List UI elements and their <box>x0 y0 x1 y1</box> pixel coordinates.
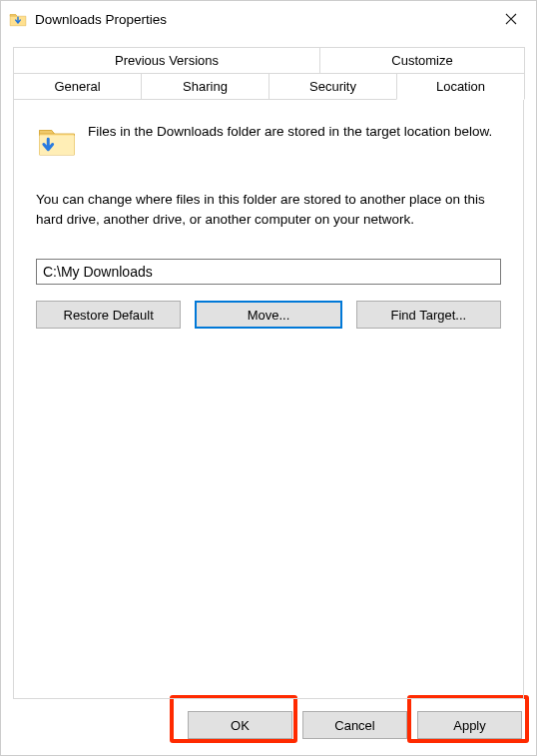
restore-default-button[interactable]: Restore Default <box>36 301 181 329</box>
titlebar: Downloads Properties <box>1 1 536 37</box>
dialog-body: Previous Versions Customize General Shar… <box>1 37 536 699</box>
location-description-2: You can change where files in this folde… <box>36 190 501 229</box>
cancel-button[interactable]: Cancel <box>302 711 407 739</box>
tab-security[interactable]: Security <box>268 73 397 100</box>
tab-general[interactable]: General <box>13 73 142 100</box>
dialog-footer: OK Cancel Apply <box>1 699 536 755</box>
window-title: Downloads Properties <box>35 12 488 27</box>
location-button-row: Restore Default Move... Find Target... <box>36 301 501 329</box>
find-target-button[interactable]: Find Target... <box>356 301 501 329</box>
apply-button[interactable]: Apply <box>417 711 522 739</box>
tab-location[interactable]: Location <box>396 73 525 100</box>
downloads-folder-large-icon <box>36 120 78 162</box>
tab-previous-versions[interactable]: Previous Versions <box>13 47 320 73</box>
ok-button[interactable]: OK <box>188 711 292 739</box>
move-button[interactable]: Move... <box>195 301 341 329</box>
tab-strip: Previous Versions Customize General Shar… <box>13 47 524 100</box>
downloads-folder-icon <box>9 10 27 28</box>
tab-sharing[interactable]: Sharing <box>141 73 269 100</box>
tab-panel-location: Files in the Downloads folder are stored… <box>13 99 524 699</box>
close-button[interactable] <box>488 3 534 35</box>
properties-dialog: Downloads Properties Previous Versions C… <box>0 0 537 756</box>
tab-customize[interactable]: Customize <box>319 47 525 73</box>
location-path-input[interactable] <box>36 259 501 285</box>
location-description-1: Files in the Downloads folder are stored… <box>88 120 492 142</box>
